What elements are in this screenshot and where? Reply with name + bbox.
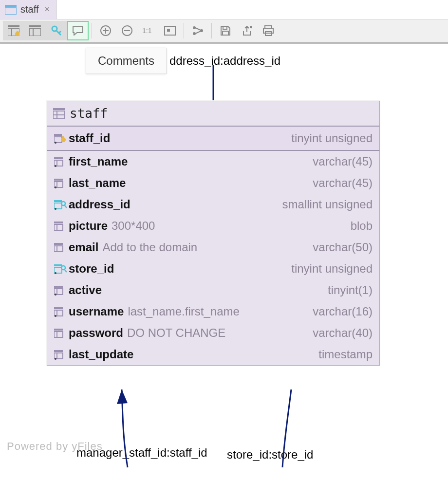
diagram-icon bbox=[5, 5, 17, 15]
column-row[interactable]: passwordDO NOT CHANGEvarchar(40) bbox=[47, 322, 379, 344]
table-icon bbox=[53, 108, 65, 119]
svg-rect-40 bbox=[54, 157, 63, 159]
column-name: password bbox=[69, 326, 123, 340]
column-row[interactable]: first_namevarchar(45) bbox=[47, 151, 379, 172]
svg-rect-53 bbox=[54, 222, 63, 223]
zoom-in-button[interactable] bbox=[95, 21, 116, 40]
svg-rect-35 bbox=[54, 134, 62, 136]
svg-rect-64 bbox=[54, 286, 63, 288]
pk-icon bbox=[54, 133, 69, 144]
svg-rect-7 bbox=[29, 25, 41, 27]
column-row[interactable]: address_idsmallint unsigned bbox=[47, 194, 379, 215]
diagram-tab[interactable]: staff × bbox=[0, 0, 57, 19]
entity-staff[interactable]: staff staff_id tinyint unsigned first_na… bbox=[47, 101, 380, 366]
svg-rect-57 bbox=[54, 246, 63, 252]
svg-rect-38 bbox=[62, 136, 64, 139]
svg-line-24 bbox=[195, 28, 201, 30]
svg-rect-54 bbox=[54, 224, 63, 230]
zoom-reset-button[interactable]: 1:1 bbox=[138, 21, 159, 40]
toolbar-separator bbox=[211, 23, 212, 38]
column-type: varchar(50) bbox=[313, 240, 373, 254]
column-list: first_namevarchar(45)last_namevarchar(45… bbox=[47, 151, 379, 365]
svg-rect-72 bbox=[54, 329, 63, 331]
svg-line-12 bbox=[59, 31, 61, 33]
entity-header: staff bbox=[47, 101, 379, 127]
svg-rect-20 bbox=[167, 29, 170, 32]
column-type: varchar(45) bbox=[313, 155, 373, 168]
svg-point-78 bbox=[55, 358, 56, 360]
column-type: varchar(45) bbox=[313, 176, 373, 190]
svg-rect-73 bbox=[54, 332, 63, 337]
svg-rect-75 bbox=[54, 350, 63, 352]
show-tables-button[interactable] bbox=[24, 21, 46, 40]
export-button[interactable] bbox=[236, 21, 258, 40]
column-icon bbox=[54, 263, 69, 274]
svg-rect-2 bbox=[8, 25, 19, 27]
column-type: tinyint unsigned bbox=[291, 262, 373, 276]
column-type: timestamp bbox=[318, 348, 373, 361]
svg-rect-48 bbox=[54, 200, 62, 202]
tab-bar: staff × bbox=[0, 0, 448, 19]
svg-text:1:1: 1:1 bbox=[142, 27, 152, 35]
column-row[interactable]: last_namevarchar(45) bbox=[47, 172, 379, 194]
pk-name: staff_id bbox=[69, 131, 110, 145]
toolbar-separator bbox=[92, 23, 92, 38]
toolbar: 1:1 bbox=[0, 19, 448, 44]
svg-rect-27 bbox=[223, 31, 228, 35]
toolbar-separator bbox=[184, 23, 184, 38]
diagram-canvas[interactable]: Powered by yFiles ddress_id:address_id m… bbox=[0, 46, 448, 481]
entity-title: staff bbox=[70, 106, 108, 121]
column-name: address_id bbox=[69, 198, 131, 211]
close-tab-button[interactable]: × bbox=[42, 4, 52, 15]
column-row[interactable]: last_updatetimestamp bbox=[47, 344, 379, 365]
svg-rect-68 bbox=[54, 307, 63, 309]
column-name: last_name bbox=[69, 176, 126, 190]
svg-rect-1 bbox=[5, 8, 17, 15]
show-comments-button[interactable] bbox=[67, 21, 89, 40]
print-button[interactable] bbox=[258, 21, 279, 40]
column-comment: DO NOT CHANGE bbox=[127, 326, 225, 340]
primary-key-row[interactable]: staff_id tinyint unsigned bbox=[47, 127, 379, 151]
column-icon bbox=[54, 306, 69, 317]
comments-tooltip: Comments bbox=[86, 48, 167, 74]
column-comment: Add to the domain bbox=[102, 240, 197, 254]
svg-rect-44 bbox=[54, 179, 63, 181]
fit-content-button[interactable] bbox=[159, 21, 181, 40]
svg-rect-26 bbox=[223, 26, 227, 29]
column-icon bbox=[54, 199, 69, 210]
column-icon bbox=[54, 349, 69, 360]
layout-button[interactable] bbox=[187, 21, 208, 40]
svg-line-25 bbox=[195, 31, 201, 34]
column-name: picture bbox=[69, 219, 108, 233]
column-type: tinyint(1) bbox=[328, 283, 373, 297]
pk-type: tinyint unsigned bbox=[291, 131, 373, 145]
svg-rect-8 bbox=[29, 28, 41, 36]
svg-rect-56 bbox=[54, 243, 63, 245]
column-name: store_id bbox=[69, 262, 114, 276]
column-name: first_name bbox=[69, 155, 128, 168]
column-row[interactable]: picture300*400blob bbox=[47, 215, 379, 237]
column-icon bbox=[54, 221, 69, 231]
column-type: varchar(16) bbox=[313, 305, 373, 318]
column-type: varchar(40) bbox=[313, 326, 373, 340]
svg-point-47 bbox=[55, 186, 56, 188]
column-icon bbox=[54, 328, 69, 338]
column-icon bbox=[54, 242, 69, 253]
save-button[interactable] bbox=[215, 21, 236, 40]
svg-point-63 bbox=[55, 272, 56, 274]
column-name: username bbox=[69, 305, 124, 318]
column-row[interactable]: emailAdd to the domainvarchar(50) bbox=[47, 237, 379, 258]
show-columns-button[interactable] bbox=[3, 21, 24, 40]
svg-rect-59 bbox=[54, 264, 62, 266]
column-row[interactable]: activetinyint(1) bbox=[47, 279, 379, 301]
relation-label-bottom-right: store_id:store_id bbox=[227, 448, 313, 462]
show-keys-button[interactable] bbox=[46, 21, 67, 40]
column-row[interactable]: usernamelast_name.first_namevarchar(16) bbox=[47, 301, 379, 322]
tab-label: staff bbox=[20, 4, 38, 15]
relation-label-bottom-left: manager_staff_id:staff_id bbox=[76, 446, 207, 460]
column-row[interactable]: store_idtinyint unsigned bbox=[47, 258, 379, 279]
zoom-out-button[interactable] bbox=[116, 21, 138, 40]
svg-line-62 bbox=[64, 269, 67, 272]
svg-point-52 bbox=[55, 208, 56, 210]
column-comment: 300*400 bbox=[112, 219, 155, 233]
